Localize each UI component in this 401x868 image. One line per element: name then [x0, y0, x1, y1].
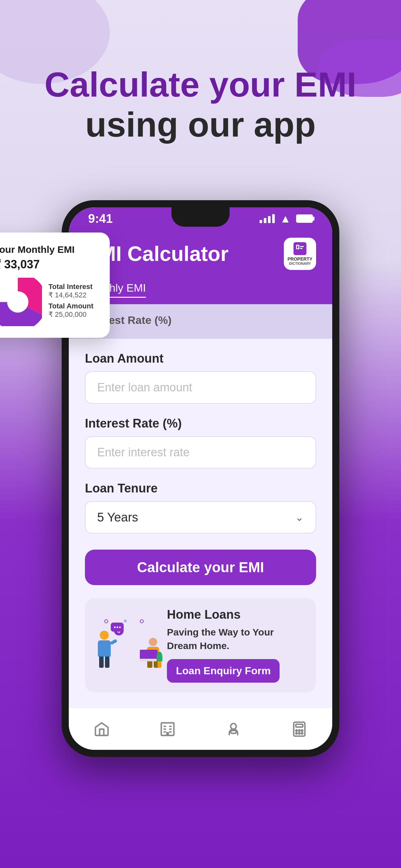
nav-calculator[interactable]: [291, 721, 308, 738]
home-loans-info: Home Loans Paving the Way to Your Dream …: [167, 608, 306, 683]
pie-chart: [0, 278, 42, 326]
nav-home[interactable]: [93, 721, 110, 738]
svg-point-10: [302, 733, 303, 734]
calculator-icon: [291, 721, 308, 738]
emi-amount: ₹ 33,037: [0, 258, 97, 271]
calculate-emi-button[interactable]: Calculate your EMI: [85, 550, 316, 585]
home-loans-card: $ Home Loans Paving the Way to Yo: [85, 598, 316, 692]
svg-rect-4: [296, 724, 303, 727]
svg-point-8: [296, 733, 297, 734]
home-loans-subtitle: Paving the Way to Your Dream Home.: [167, 625, 306, 653]
svg-point-13: [7, 291, 28, 313]
hero-section: Calculate your EMI using our app: [0, 65, 401, 145]
emi-card-title: Your Monthly EMI: [0, 244, 97, 255]
svg-point-5: [296, 730, 297, 731]
interest-rate-label-faded: Interest Rate (%): [85, 314, 316, 327]
agent-icon: [225, 721, 242, 738]
svg-point-6: [299, 730, 300, 731]
legend-total: Total Amount ₹ 25,00,000: [49, 302, 93, 319]
pie-chart-container: Total Interest ₹ 14,64,522 Total Amount …: [0, 278, 97, 326]
emi-card: Your Monthly EMI ₹ 33,037 Total Interest…: [0, 232, 110, 338]
legend-interest: Total Interest ₹ 14,64,522: [49, 283, 93, 299]
pie-legend: Total Interest ₹ 14,64,522 Total Amount …: [49, 283, 93, 321]
loan-amount-input[interactable]: Enter loan amount: [85, 371, 316, 404]
home-icon: [93, 721, 110, 738]
signal-icon: [259, 214, 275, 223]
svg-rect-2: [230, 731, 236, 733]
app-logo: PROPERTY DICTIONARY: [284, 238, 316, 270]
app-content: Loan Amount Enter loan amount Interest R…: [69, 339, 332, 715]
interest-rate-label: Interest Rate (%): [85, 416, 316, 430]
loan-tenure-dropdown[interactable]: 5 Years ⌄: [85, 501, 316, 533]
chevron-down-icon: ⌄: [295, 511, 304, 523]
svg-point-7: [302, 730, 303, 731]
bottom-nav: [69, 708, 332, 750]
loan-enquiry-button[interactable]: Loan Enquiry Form: [167, 659, 280, 683]
nav-building[interactable]: [159, 721, 176, 738]
wifi-icon: ▲: [280, 213, 291, 225]
svg-point-9: [299, 733, 300, 734]
loan-amount-label: Loan Amount: [85, 352, 316, 366]
nav-agent[interactable]: [225, 721, 242, 738]
loan-tenure-label: Loan Tenure: [85, 482, 316, 495]
status-icons: ▲: [259, 213, 313, 225]
status-time: 9:41: [88, 212, 113, 226]
battery-icon: [296, 214, 313, 223]
home-loans-illustration: $: [95, 616, 159, 674]
notch: [172, 207, 229, 227]
hero-title: Calculate your EMI using our app: [0, 65, 401, 145]
home-loans-title: Home Loans: [167, 608, 306, 622]
interest-rate-input[interactable]: Enter interest rate: [85, 436, 316, 469]
status-bar: 9:41 ▲: [69, 207, 332, 230]
building-icon: [159, 721, 176, 738]
svg-point-1: [230, 723, 236, 729]
